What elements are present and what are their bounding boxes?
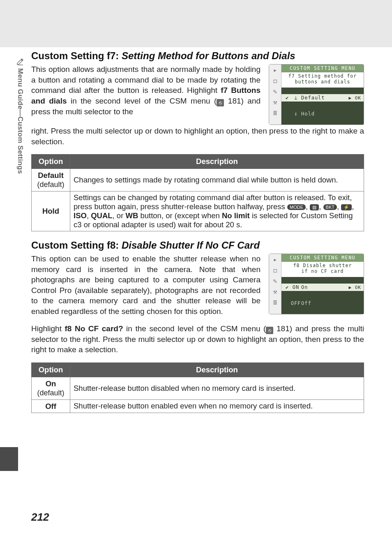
page-ref-icon: ⎋ <box>217 99 224 106</box>
page-header-gray <box>0 0 392 47</box>
cam-option-default: ✔ ⊥ Default ▶ OK <box>281 94 364 102</box>
f7-hold-desc: Settings can be changed by rotating comm… <box>70 191 364 231</box>
th-description: Description <box>70 155 364 169</box>
table-row: Hold Settings can be changed by rotating… <box>32 191 364 231</box>
cam-subtitle: f7 Setting method for buttons and dials <box>281 72 364 88</box>
cam-subtitle: f8 Disable shutter if no CF card <box>281 262 364 277</box>
bkt-icon: BKT <box>323 204 337 210</box>
cam-title: CUSTOM SETTING MENU <box>281 254 364 262</box>
recent-icon: ≣ <box>271 109 279 117</box>
side-tab: Menu Guide—Custom Settings <box>15 58 25 174</box>
f8-paragraph2: Highlight f8 No CF card? in the second l… <box>31 323 364 355</box>
f8-options-table: Option Description On (default) Shutter-… <box>31 362 364 413</box>
check-icon: ✔ <box>284 95 291 101</box>
f8-paragraph: This option can be used to enable the sh… <box>31 254 261 317</box>
f7-heading: Custom Setting f7: Setting Method for Bu… <box>31 50 364 62</box>
cam-sidebar-icons: ▸ ◻ ✎ ⚒ ≣ <box>269 65 281 125</box>
flash-icon: ⚡ <box>341 204 352 210</box>
th-description: Description <box>70 363 364 377</box>
th-option: Option <box>32 363 70 377</box>
table-row: Off Shutter-release button enabled even … <box>32 399 364 413</box>
camera-icon: ◻ <box>271 77 279 85</box>
pencil-icon <box>16 58 24 66</box>
table-row: On (default) Shutter-release button disa… <box>32 377 364 400</box>
table-row: Default (default) Changes to settings ma… <box>32 169 364 192</box>
cam-option-on: ✔ ON On ▶ OK <box>281 284 364 291</box>
side-tab-label: Menu Guide—Custom Settings <box>16 68 24 174</box>
f7-options-table: Option Description Default (default) Cha… <box>31 154 364 231</box>
check-icon: ✔ <box>284 284 291 290</box>
camera-icon: ◻ <box>271 266 279 275</box>
cam-sidebar-icons: ▸ ◻ ✎ ⚒ ≣ <box>269 254 281 314</box>
f7-para-tail: right. Press the multi selector up or do… <box>31 126 364 147</box>
f8-camera-screenshot: ▸ ◻ ✎ ⚒ ≣ CUSTOM SETTING MENU f8 Disable… <box>269 254 364 314</box>
pencil-icon: ✎ <box>271 88 279 96</box>
cam-option-off: OFF Off <box>281 300 364 307</box>
page-ref-icon: ⎋ <box>266 327 273 334</box>
pencil-icon: ✎ <box>271 277 279 285</box>
f7-paragraph: This option allows adjustments that are … <box>31 64 261 125</box>
retouch-icon: ⚒ <box>271 98 279 106</box>
cam-option-hold: ↧ Hold <box>281 110 364 118</box>
cam-title: CUSTOM SETTING MENU <box>281 65 364 72</box>
retouch-icon: ⚒ <box>271 288 279 296</box>
f8-heading: Custom Setting f8: Disable Shutter If No… <box>31 240 364 251</box>
page-number: 212 <box>31 511 49 524</box>
play-icon: ▸ <box>271 66 279 74</box>
play-icon: ▸ <box>271 256 279 264</box>
exposure-comp-icon: ▨ <box>310 204 319 210</box>
th-option: Option <box>32 155 70 169</box>
mode-icon: MODE <box>287 204 306 210</box>
f7-camera-screenshot: ▸ ◻ ✎ ⚒ ≣ CUSTOM SETTING MENU f7 Setting… <box>269 64 364 125</box>
page-thumb-tab <box>0 447 18 471</box>
recent-icon: ≣ <box>271 298 279 307</box>
